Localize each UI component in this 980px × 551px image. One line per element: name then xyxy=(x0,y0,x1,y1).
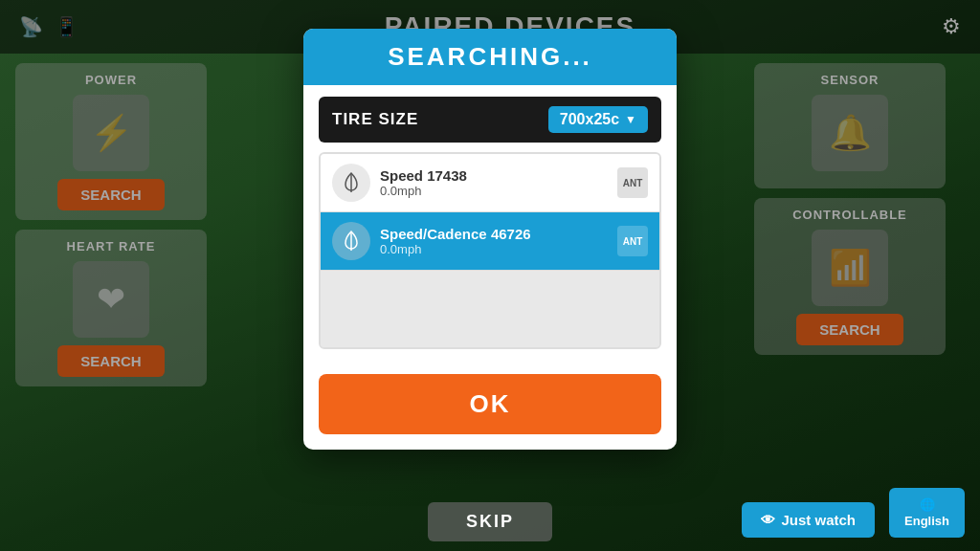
device-list: Speed 17438 0.0mph ANT Speed/Cadence 467… xyxy=(319,152,661,349)
modal-header: SEARCHING... xyxy=(303,29,677,85)
just-watch-label: Just watch xyxy=(781,512,856,528)
language-button[interactable]: 🌐 English xyxy=(889,488,965,538)
device-1-ant-badge: ANT xyxy=(617,167,648,198)
device-item[interactable]: Speed/Cadence 46726 0.0mph ANT xyxy=(321,212,659,271)
device-2-icon xyxy=(332,222,370,260)
device-2-info: Speed/Cadence 46726 0.0mph xyxy=(380,226,608,256)
device-list-empty-space xyxy=(321,271,659,347)
ok-button[interactable]: OK xyxy=(319,374,661,434)
modal-body: TIRE SIZE 700x25c ▼ Speed 17438 0.0mph xyxy=(303,85,677,361)
device-item[interactable]: Speed 17438 0.0mph ANT xyxy=(321,154,659,212)
device-1-icon xyxy=(332,164,370,202)
dropdown-arrow-icon: ▼ xyxy=(625,113,636,126)
eye-icon: 👁 xyxy=(761,512,775,528)
device-1-info: Speed 17438 0.0mph xyxy=(380,167,608,198)
device-2-ant-badge: ANT xyxy=(617,226,648,256)
globe-icon: 🌐 xyxy=(920,497,935,512)
tire-size-row: TIRE SIZE 700x25c ▼ xyxy=(319,97,661,143)
modal-title: SEARCHING... xyxy=(323,42,657,72)
just-watch-button[interactable]: 👁 Just watch xyxy=(742,502,875,538)
device-1-name: Speed 17438 xyxy=(380,167,608,184)
device-1-speed: 0.0mph xyxy=(380,184,608,198)
tire-size-label: TIRE SIZE xyxy=(332,110,418,129)
skip-button[interactable]: SKIP xyxy=(428,502,552,541)
searching-modal: SEARCHING... TIRE SIZE 700x25c ▼ xyxy=(303,29,677,450)
device-2-name: Speed/Cadence 46726 xyxy=(380,226,608,242)
device-2-speed: 0.0mph xyxy=(380,242,608,256)
language-label: English xyxy=(904,514,949,528)
tire-size-value-text: 700x25c xyxy=(560,111,619,128)
tire-size-dropdown[interactable]: 700x25c ▼ xyxy=(548,106,648,133)
